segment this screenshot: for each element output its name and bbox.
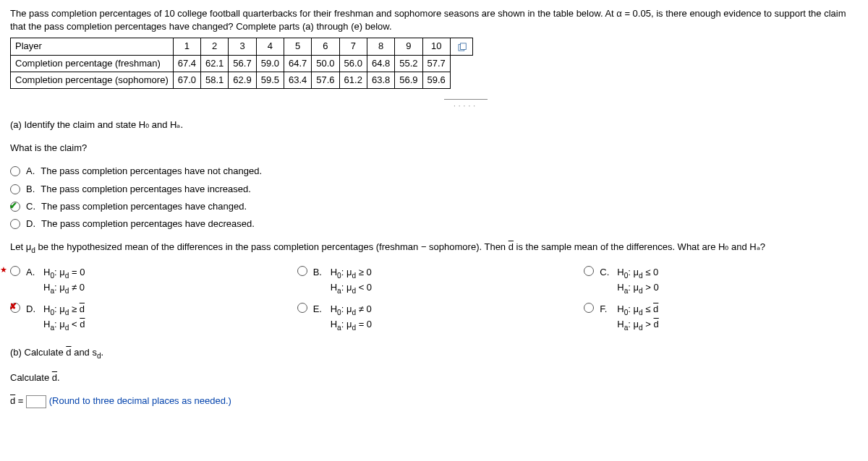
cell: 8 <box>367 38 394 55</box>
cell: 61.2 <box>339 72 367 88</box>
claim-opt-a: The pass completion percentages have not… <box>41 165 262 178</box>
hyp-b-h0: H0: μd ≥ 0 <box>331 266 372 281</box>
svg-rect-1 <box>460 43 466 50</box>
cell: 67.0 <box>173 72 200 88</box>
claim-opt-c: The pass completion percentages have cha… <box>41 200 247 213</box>
cell: 5 <box>284 38 311 55</box>
cell: 3 <box>229 38 256 55</box>
cell: 67.4 <box>173 55 200 72</box>
part-b-heading: (b) Calculate d and sd. <box>10 346 858 361</box>
cell: 1 <box>173 38 200 55</box>
row-label-sophomore: Completion percentage (sophomore) <box>11 72 174 88</box>
let-mu-d-text: Let μd be the hypothesized mean of the d… <box>10 241 858 256</box>
opt-letter: F. <box>600 303 611 333</box>
row-label-player: Player <box>11 38 174 55</box>
cell: 63.8 <box>367 72 394 88</box>
radio-hyp-d[interactable] <box>10 303 20 313</box>
opt-letter: B. <box>313 266 325 296</box>
claim-options: A. The pass completion percentages have … <box>10 165 858 231</box>
opt-letter: B. <box>26 183 35 196</box>
opt-letter: C. <box>600 266 611 296</box>
cell: 59.6 <box>422 72 450 88</box>
cell: 57.6 <box>312 72 339 88</box>
cell: 4 <box>256 38 284 55</box>
cell: 59.0 <box>256 55 284 72</box>
hyp-e-ha: Ha: μd = 0 <box>331 318 372 333</box>
cell: 56.0 <box>339 55 367 72</box>
calc-d-label: Calculate d. <box>10 371 858 384</box>
table-row: Player 1 2 3 4 5 6 7 8 9 10 <box>11 38 473 55</box>
cell: 64.8 <box>367 55 394 72</box>
hyp-f-h0: H0: μd ≤ d <box>617 303 658 318</box>
cell: 50.0 <box>312 55 339 72</box>
cell: 55.2 <box>395 55 422 72</box>
hyp-c-ha: Ha: μd > 0 <box>617 281 658 296</box>
cell: 6 <box>312 38 339 55</box>
cell: 62.1 <box>201 55 229 72</box>
opt-letter: A. <box>26 266 38 296</box>
hyp-a-h0: H0: μd = 0 <box>43 266 85 281</box>
cell: 10 <box>422 38 450 55</box>
radio-claim-d[interactable] <box>10 219 20 229</box>
radio-hyp-f[interactable] <box>584 303 594 313</box>
hyp-e-h0: H0: μd ≠ 0 <box>331 303 372 318</box>
claim-opt-b: The pass completion percentages have inc… <box>41 183 251 196</box>
cell: 56.9 <box>395 72 422 88</box>
copy-icon <box>458 43 468 51</box>
radio-hyp-b[interactable] <box>297 266 307 276</box>
hyp-b-ha: Ha: μd < 0 <box>331 281 372 296</box>
radio-hyp-e[interactable] <box>297 303 307 313</box>
radio-hyp-a[interactable] <box>10 266 20 276</box>
part-a-heading: (a) Identify the claim and state H₀ and … <box>10 119 858 132</box>
data-table: Player 1 2 3 4 5 6 7 8 9 10 Completion p… <box>10 38 473 89</box>
hypothesis-options: A. H0: μd = 0 Ha: μd ≠ 0 B. H0: μd ≥ 0 H… <box>10 266 842 333</box>
cell: 57.7 <box>422 55 450 72</box>
cell: 56.7 <box>229 55 256 72</box>
opt-letter: C. <box>26 200 35 213</box>
opt-letter: D. <box>26 217 35 231</box>
hyp-d-ha: Ha: μd < d <box>43 318 85 333</box>
round-note: (Round to three decimal places as needed… <box>49 395 231 406</box>
hyp-f-ha: Ha: μd > d <box>617 318 658 333</box>
opt-letter: D. <box>26 303 38 333</box>
cell: 2 <box>201 38 229 55</box>
table-row: Completion percentage (sophomore) 67.0 5… <box>11 72 473 88</box>
cell: 62.9 <box>229 72 256 88</box>
opt-letter: A. <box>26 165 35 178</box>
hyp-a-ha: Ha: μd ≠ 0 <box>43 281 85 296</box>
cell: 63.4 <box>284 72 311 88</box>
radio-claim-a[interactable] <box>10 166 20 176</box>
d-bar-input[interactable] <box>26 395 46 408</box>
cell: 58.1 <box>201 72 229 88</box>
cell: 7 <box>339 38 367 55</box>
radio-claim-c[interactable] <box>10 202 20 212</box>
hyp-c-h0: H0: μd ≤ 0 <box>617 266 658 281</box>
copy-cell[interactable] <box>450 38 472 55</box>
cell: 59.5 <box>256 72 284 88</box>
row-label-freshman: Completion percentage (freshman) <box>11 55 174 72</box>
cell: 9 <box>395 38 422 55</box>
claim-opt-d: The pass completion percentages have dec… <box>41 217 255 231</box>
claim-question: What is the claim? <box>10 142 858 155</box>
problem-intro: The pass completion percentages of 10 co… <box>10 7 858 33</box>
table-row: Completion percentage (freshman) 67.4 62… <box>11 55 473 72</box>
radio-claim-b[interactable] <box>10 184 20 194</box>
radio-hyp-c[interactable] <box>584 266 594 276</box>
opt-letter: E. <box>313 303 325 333</box>
hyp-d-h0: H0: μd ≥ d <box>43 303 85 318</box>
cell: 64.7 <box>284 55 311 72</box>
separator-dots: ····· <box>444 99 488 111</box>
d-input-row: d = (Round to three decimal places as ne… <box>10 395 858 408</box>
